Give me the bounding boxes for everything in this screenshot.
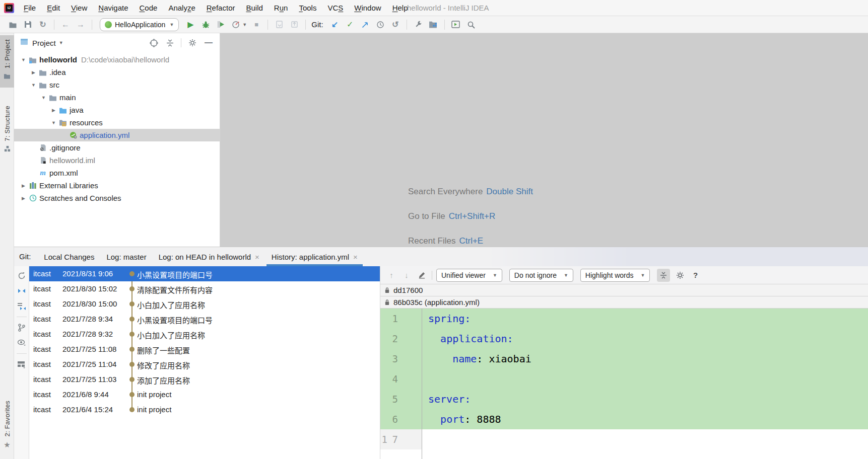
chevron-down-icon[interactable]: ▼ <box>19 57 28 62</box>
chevron-down-icon[interactable]: ▼ <box>49 120 58 125</box>
commit-row[interactable]: itcast2021/7/25 11:08删除了一些配置 <box>29 342 380 357</box>
layout-icon[interactable] <box>16 358 27 371</box>
yaml-text <box>428 333 440 345</box>
run-with-coverage-icon[interactable] <box>215 19 226 30</box>
collapse-unchanged-icon[interactable] <box>657 269 670 282</box>
tree-item-.gitignore[interactable]: .gitignore <box>14 141 220 154</box>
menu-item-build[interactable]: Build <box>240 0 268 16</box>
branch-icon[interactable] <box>16 321 27 334</box>
menu-item-edit[interactable]: Edit <box>41 0 65 16</box>
gear-icon[interactable] <box>187 38 197 48</box>
update-project-icon[interactable]: ↙ <box>329 19 341 30</box>
chevron-down-icon[interactable]: ▼ <box>39 95 48 100</box>
chevron-right-icon[interactable]: ▶ <box>49 108 58 113</box>
tree-item-pom.xml[interactable]: mpom.xml <box>14 167 220 179</box>
close-icon[interactable]: × <box>353 253 358 261</box>
git-push-icon[interactable] <box>360 19 371 30</box>
whitespace-ignore-select[interactable]: Do not ignore ▼ <box>509 269 573 282</box>
stripe-project-button[interactable]: 1: Project <box>0 35 14 88</box>
run-anything-icon[interactable] <box>450 19 461 30</box>
chevron-right-icon[interactable]: ▶ <box>19 183 28 188</box>
close-icon[interactable]: × <box>255 253 259 261</box>
menu-item-file[interactable]: File <box>18 0 41 16</box>
run-configuration-select[interactable]: HelloApplication ▼ <box>100 18 179 31</box>
menu-item-analyze[interactable]: Analyze <box>163 0 201 16</box>
stripe-structure-button[interactable]: 7: Structure <box>0 102 14 160</box>
save-icon[interactable] <box>22 19 33 30</box>
diff-gutter: 3 <box>380 349 422 369</box>
go-to-hash-icon[interactable] <box>16 284 27 297</box>
collapse-all-icon[interactable] <box>165 38 175 48</box>
chevron-down-icon[interactable]: ▼ <box>242 22 247 27</box>
stripe-favorites-button[interactable]: 2: Favorites ★ <box>0 397 14 456</box>
spring-boot-icon <box>105 21 112 28</box>
tab-history-application-yml[interactable]: History: application.yml× <box>265 247 364 266</box>
edit-source-icon[interactable] <box>416 269 428 281</box>
commit-row[interactable]: itcast2021/6/4 15:24init project <box>29 402 380 417</box>
menu-item-run[interactable]: Run <box>269 0 294 16</box>
git-tabbar-label: Git: <box>19 247 31 266</box>
commit-icon[interactable]: ✓ <box>345 19 356 30</box>
settings-wrench-icon[interactable] <box>413 19 424 30</box>
search-icon[interactable] <box>465 19 477 30</box>
tree-item-main[interactable]: ▼main <box>14 91 220 104</box>
tab-label: Log: on HEAD in helloworld <box>159 253 251 261</box>
tree-item-resources[interactable]: ▼resources <box>14 116 220 129</box>
menu-item-vcs[interactable]: VCS <box>322 0 349 16</box>
tree-item-scratches-and-consoles[interactable]: ▶Scratches and Consoles <box>14 192 220 204</box>
help-icon[interactable]: ? <box>689 269 701 281</box>
menu-item-code[interactable]: Code <box>134 0 163 16</box>
diff-code-area[interactable]: 1spring:2 application:3 name: xiaobai45s… <box>380 309 868 459</box>
back-icon[interactable]: ← <box>60 19 71 30</box>
tree-item-label: application.yml <box>80 131 129 139</box>
sync-icon[interactable]: ↻ <box>37 19 48 30</box>
tab-local-changes[interactable]: Local Changes <box>38 247 100 266</box>
commit-dot-icon <box>129 392 135 397</box>
tree-item-application.yml[interactable]: application.yml <box>14 129 220 141</box>
commit-row[interactable]: itcast2021/7/28 9:32小白加入了应用名称 <box>29 327 380 342</box>
commit-row[interactable]: itcast2021/7/25 11:04修改了应用名称 <box>29 357 380 372</box>
open-icon[interactable] <box>7 19 18 30</box>
menu-item-navigate[interactable]: Navigate <box>93 0 133 16</box>
commit-row[interactable]: itcast2021/6/8 9:44init project <box>29 387 380 402</box>
menu-item-refactor[interactable]: Refactor <box>201 0 241 16</box>
menu-item-window[interactable]: Window <box>349 0 386 16</box>
structure-icon <box>4 145 11 154</box>
debug-icon[interactable] <box>200 19 211 30</box>
commit-row[interactable]: itcast2021/7/28 9:34小黑设置项目的端口号 <box>29 312 380 327</box>
commit-row[interactable]: itcast2021/7/25 11:03添加了应用名称 <box>29 372 380 387</box>
git-toolbar-label: Git: <box>311 20 323 29</box>
diff-settings-gear-icon[interactable] <box>674 269 686 281</box>
project-panel-title[interactable]: Project <box>32 39 56 47</box>
hide-panel-icon[interactable]: — <box>204 38 214 48</box>
chevron-right-icon[interactable]: ▶ <box>29 70 38 75</box>
commit-row[interactable]: itcast2021/8/31 9:06小黑设置项目的端口号 <box>29 266 380 281</box>
project-structure-icon[interactable] <box>428 19 439 30</box>
tree-item-.idea[interactable]: ▶.idea <box>14 66 220 79</box>
rollback-icon[interactable]: ↺ <box>390 19 401 30</box>
commit-row[interactable]: itcast2021/8/30 15:02清除配置文件所有内容 <box>29 281 380 296</box>
chevron-right-icon[interactable]: ▶ <box>19 196 28 201</box>
run-icon[interactable]: ▶ <box>185 19 196 30</box>
menu-item-tools[interactable]: Tools <box>293 0 322 16</box>
tree-item-src[interactable]: ▼src <box>14 79 220 91</box>
viewer-mode-select[interactable]: Unified viewer ▼ <box>436 269 502 282</box>
highlight-mode-select[interactable]: Highlight words ▼ <box>580 269 650 282</box>
tree-item-helloworld.iml[interactable]: helloworld.iml <box>14 154 220 167</box>
refresh-icon[interactable] <box>16 269 27 282</box>
menu-item-view[interactable]: View <box>65 0 93 16</box>
tab-log-on-head-in-helloworld[interactable]: Log: on HEAD in helloworld× <box>153 247 265 266</box>
eye-filter-icon[interactable] <box>16 336 27 349</box>
history-icon[interactable] <box>375 19 386 30</box>
chevron-down-icon[interactable]: ▼ <box>59 40 63 45</box>
chevron-down-icon[interactable]: ▼ <box>29 83 38 88</box>
commit-row[interactable]: itcast2021/8/30 15:00小白加入了应用名称 <box>29 296 380 312</box>
profiler-icon[interactable] <box>230 19 241 30</box>
filter-history-icon[interactable] <box>16 299 27 313</box>
tree-item-java[interactable]: ▶java <box>14 104 220 116</box>
locate-file-icon[interactable] <box>149 38 159 48</box>
forward-icon[interactable]: → <box>75 19 86 30</box>
tab-log-master[interactable]: Log: master <box>100 247 152 266</box>
tree-item-external-libraries[interactable]: ▶External Libraries <box>14 179 220 192</box>
tree-item-helloworld[interactable]: ▼helloworldD:\code\xiaobai\helloworld <box>14 53 220 66</box>
